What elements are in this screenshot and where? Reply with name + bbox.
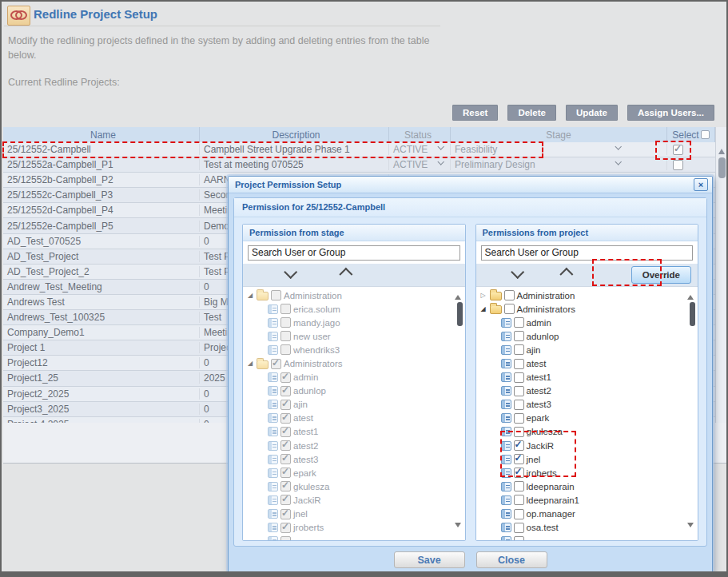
tree-user-partial[interactable] (246, 535, 465, 540)
tree-user[interactable]: ldeepnarain1 (479, 493, 698, 507)
expander-icon[interactable] (246, 292, 254, 299)
stage-dropdown[interactable]: Feasibility (451, 144, 667, 155)
table-row[interactable]: 25/12552-Campbell Campbell Street Upgrad… (3, 142, 715, 157)
user-checkbox[interactable] (514, 413, 524, 424)
update-button[interactable]: Update (566, 105, 618, 121)
tree-user[interactable]: gkulesza (479, 425, 698, 439)
move-down-button[interactable] (503, 264, 531, 286)
tree-user[interactable]: atest3 (246, 452, 465, 466)
tree-user[interactable]: osa.test (479, 521, 698, 535)
table-row[interactable]: 25/12552a-Campbell_P1 Test at meeting 07… (3, 157, 715, 173)
user-checkbox[interactable] (280, 304, 291, 314)
group-checkbox[interactable] (504, 304, 515, 314)
row-select-checkbox[interactable] (673, 145, 683, 155)
tree-group[interactable]: Administrators (479, 302, 698, 316)
user-checkbox[interactable] (280, 495, 291, 505)
scrollbar-thumb[interactable] (690, 302, 695, 326)
user-checkbox[interactable] (280, 317, 291, 328)
close-button[interactable]: Close (476, 551, 547, 568)
user-checkbox[interactable] (280, 413, 291, 424)
tree-user[interactable]: jnel (479, 452, 698, 466)
save-button[interactable]: Save (394, 551, 465, 568)
user-checkbox[interactable] (514, 523, 524, 533)
move-up-button[interactable] (555, 264, 582, 286)
user-checkbox[interactable] (280, 440, 291, 451)
tree-group[interactable]: Administrators (246, 356, 465, 370)
tree-user[interactable]: atest1 (479, 371, 698, 384)
user-checkbox[interactable] (514, 509, 524, 519)
user-checkbox[interactable] (280, 454, 291, 464)
tree-user[interactable]: admin (479, 316, 698, 329)
user-checkbox[interactable] (514, 317, 524, 328)
move-up-button[interactable] (334, 264, 361, 286)
user-checkbox[interactable] (280, 523, 291, 533)
user-checkbox[interactable] (280, 372, 291, 383)
expander-icon[interactable] (479, 292, 487, 299)
tree-user[interactable]: epark (479, 412, 698, 425)
scrollbar-thumb[interactable] (718, 157, 726, 178)
tree-user[interactable]: atest2 (479, 384, 698, 398)
tree-user[interactable]: adunlop (479, 329, 698, 343)
scroll-up-icon[interactable] (718, 145, 725, 154)
user-checkbox[interactable] (514, 372, 524, 383)
user-checkbox[interactable] (514, 495, 524, 505)
tree-user[interactable]: JackiR (246, 493, 465, 507)
user-checkbox[interactable] (280, 509, 291, 519)
user-checkbox[interactable] (514, 536, 524, 540)
tree-user[interactable]: erica.solum (246, 302, 465, 316)
tree-user[interactable]: atest (246, 412, 465, 425)
user-checkbox[interactable] (514, 454, 524, 464)
tree-user[interactable]: op.manager (479, 507, 698, 521)
scroll-up-icon[interactable] (455, 292, 461, 300)
tree-group[interactable]: Administration (246, 288, 465, 302)
table-scrollbar[interactable] (715, 127, 728, 423)
user-checkbox[interactable] (280, 481, 291, 491)
override-button[interactable]: Override (631, 266, 691, 284)
user-checkbox[interactable] (514, 344, 524, 355)
tree-user[interactable]: JackiR (479, 439, 698, 452)
delete-button[interactable]: Delete (507, 105, 556, 121)
dialog-close-icon[interactable]: × (694, 178, 708, 191)
group-checkbox[interactable] (504, 290, 515, 300)
status-dropdown[interactable]: ACTIVE (389, 159, 451, 170)
user-checkbox[interactable] (280, 468, 291, 478)
tree-user[interactable]: atest1 (246, 425, 465, 439)
stage-search-input[interactable] (248, 245, 460, 261)
tree-group[interactable]: Administration (479, 288, 698, 302)
row-select-checkbox[interactable] (673, 160, 683, 170)
tree-user[interactable]: adunlop (246, 384, 465, 398)
user-checkbox[interactable] (514, 386, 524, 396)
scroll-up-icon[interactable] (687, 292, 694, 300)
tree-user[interactable]: atest2 (246, 439, 465, 452)
tree-user[interactable]: ajin (246, 398, 465, 412)
user-checkbox[interactable] (514, 331, 524, 341)
user-checkbox[interactable] (280, 536, 291, 540)
user-checkbox[interactable] (514, 468, 524, 478)
tree-user[interactable]: jroberts (246, 521, 465, 535)
tree-user[interactable]: jnel (246, 507, 465, 521)
reset-button[interactable]: Reset (452, 105, 498, 121)
project-search-input[interactable] (481, 245, 694, 261)
user-checkbox[interactable] (514, 359, 524, 369)
scroll-down-icon[interactable] (687, 523, 694, 531)
tree-user[interactable]: gkulesza (246, 480, 465, 493)
user-checkbox[interactable] (280, 344, 291, 355)
tree-user[interactable]: new user (246, 329, 465, 343)
status-dropdown[interactable]: ACTIVE (389, 144, 451, 155)
tree-user[interactable]: ldeepnarain (479, 480, 698, 493)
user-checkbox[interactable] (280, 386, 291, 396)
dialog-title-bar[interactable]: Project Permission Setup × (229, 177, 712, 193)
group-checkbox[interactable] (271, 359, 281, 369)
scrollbar-thumb[interactable] (457, 302, 463, 326)
tree-user[interactable]: ajin (479, 343, 698, 356)
user-checkbox[interactable] (280, 427, 291, 437)
user-checkbox[interactable] (514, 400, 524, 410)
user-checkbox[interactable] (514, 427, 524, 437)
tree-user[interactable]: jroberts (479, 466, 698, 480)
tree-user[interactable]: mandy.jago (246, 316, 465, 329)
assign-users-button[interactable]: Assign Users... (627, 105, 714, 121)
tree-user[interactable]: atest (479, 356, 698, 370)
tree-user[interactable]: whendriks3 (246, 343, 465, 356)
tree-user[interactable]: epark (246, 466, 465, 480)
stage-dropdown[interactable]: Preliminary Design (451, 159, 667, 170)
